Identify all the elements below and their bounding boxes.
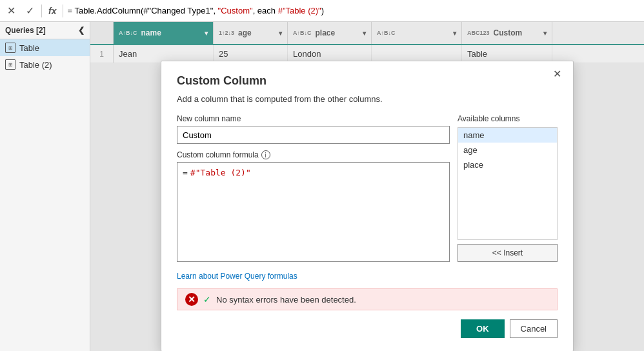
main-layout: Queries [2] ❮ ⊞ Table ⊞ Table (2) A↑B↓C …	[0, 22, 644, 351]
learn-link[interactable]: Learn about Power Query formulas	[177, 272, 297, 281]
info-icon[interactable]: i	[261, 150, 270, 159]
formula-bar-divider2	[63, 5, 63, 17]
status-message-box: ✕ ✓ No syntax errors have been detected.	[177, 288, 558, 310]
cancel-formula-icon[interactable]: ✕	[4, 3, 19, 19]
custom-column-dialog: ✕ Custom Column Add a column that is com…	[161, 61, 574, 351]
formula-line: = #"Table (2)"	[183, 168, 444, 177]
custom-formula-label-text: Custom column formula	[177, 150, 259, 159]
new-column-name-section: New column name	[177, 114, 450, 144]
status-bar: ✕ ✓ No syntax errors have been detected.	[177, 288, 558, 310]
dialog-action-row: OK Cancel	[177, 319, 558, 338]
dialog-close-button[interactable]: ✕	[549, 68, 565, 81]
dialog-title: Custom Column	[177, 74, 558, 88]
sidebar-item-table2[interactable]: ⊞ Table (2)	[0, 56, 90, 73]
sidebar-header: Queries [2] ❮	[0, 22, 90, 39]
formula-editor[interactable]: = #"Table (2)"	[177, 162, 450, 262]
available-col-place[interactable]: place	[458, 157, 557, 172]
sidebar-item-table[interactable]: ⊞ Table	[0, 39, 90, 56]
formula-equals: =	[183, 168, 188, 177]
formula-bar: ✕ ✓ fx = Table.AddColumn(#"Changed Type1…	[0, 0, 644, 22]
confirm-formula-icon[interactable]: ✓	[23, 3, 37, 19]
insert-button[interactable]: << Insert	[458, 244, 558, 262]
available-columns-list: name age place	[458, 127, 558, 240]
dialog-body: New column name Custom column formula i …	[177, 114, 558, 262]
custom-formula-section: Custom column formula i = #"Table (2)"	[177, 150, 450, 262]
content-area: A↑B↓C name ▾ 1↑2↓3 age ▾ A↑B↓C place ▾ A…	[90, 22, 644, 351]
dialog-description: Add a column that is computed from the o…	[177, 94, 558, 104]
new-column-name-label: New column name	[177, 114, 450, 123]
sidebar-title: Queries [2]	[5, 26, 46, 35]
formula-bar-content[interactable]: = Table.AddColumn(#"Changed Type1", "Cus…	[67, 6, 640, 15]
available-col-age[interactable]: age	[458, 143, 557, 157]
table-icon: ⊞	[5, 43, 15, 53]
cancel-button[interactable]: Cancel	[510, 319, 558, 338]
dialog-left-panel: New column name Custom column formula i …	[177, 114, 450, 262]
custom-formula-label: Custom column formula i	[177, 150, 450, 159]
sidebar: Queries [2] ❮ ⊞ Table ⊞ Table (2)	[0, 22, 90, 351]
available-col-name[interactable]: name	[458, 128, 557, 143]
available-columns-label: Available columns	[458, 114, 558, 123]
dialog-footer: Learn about Power Query formulas ✕ ✓ No …	[177, 271, 558, 310]
table2-icon: ⊞	[5, 59, 15, 70]
dialog-overlay: ✕ Custom Column Add a column that is com…	[90, 22, 644, 351]
sidebar-collapse-icon[interactable]: ❮	[78, 26, 85, 35]
status-ok-icon: ✓	[203, 294, 211, 305]
ok-button[interactable]: OK	[461, 319, 505, 338]
status-message-text: No syntax errors have been detected.	[216, 295, 356, 305]
sidebar-item-label-table: Table	[19, 43, 39, 53]
sidebar-item-label-table2: Table (2)	[19, 60, 52, 70]
dialog-right-panel: Available columns name age place << Inse…	[458, 114, 558, 262]
formula-value[interactable]: #"Table (2)"	[190, 168, 251, 177]
formula-bar-divider	[41, 5, 42, 17]
new-column-name-input[interactable]	[177, 126, 450, 144]
fx-label: fx	[46, 6, 59, 16]
status-error-icon: ✕	[185, 293, 198, 306]
